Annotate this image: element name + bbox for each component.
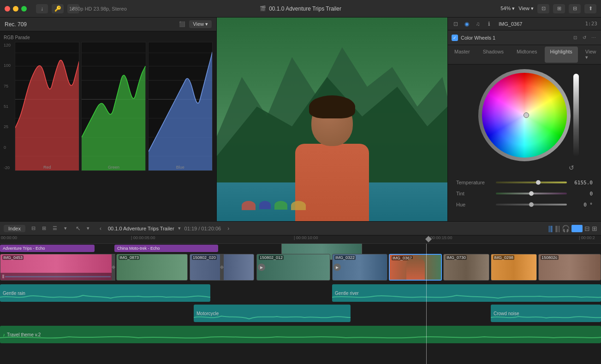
tint-label: Tint (456, 191, 493, 196)
tc-0: 00:00:00 (1, 235, 17, 240)
view-menu[interactable]: View ▾ (518, 6, 534, 12)
video-clip-0298[interactable]: IMG_0298 (491, 254, 537, 281)
project-dropdown[interactable]: ▾ (178, 225, 181, 231)
tab-shadows[interactable]: Shadows (477, 47, 509, 63)
crop-icon[interactable]: ⊡ (571, 34, 579, 41)
tint-slider[interactable] (496, 193, 567, 194)
nav-left-icon[interactable]: ‹ (97, 225, 104, 232)
reset-icon[interactable]: ↺ (581, 34, 588, 41)
info-icon[interactable]: ℹ (485, 20, 493, 28)
color-wheels-checkbox[interactable]: ✓ (452, 35, 458, 41)
color-inspector-icon[interactable]: ◉ (463, 20, 471, 28)
audio-meter-2-icon[interactable]: ‖| (555, 225, 560, 232)
tab-master[interactable]: Master (449, 47, 476, 63)
audio-track-gentle-rain[interactable]: Gentle rain (0, 284, 210, 302)
inspector-icons: ⊡ ◉ ♫ ℹ (452, 20, 493, 28)
tint-thumb[interactable] (529, 191, 534, 196)
clip-150802c-label: 150802c (541, 255, 559, 260)
temperature-slider[interactable] (496, 182, 567, 183)
person-head (311, 100, 353, 146)
split-view-icon[interactable]: ⊟ (584, 225, 590, 232)
wheel-reset-icon[interactable]: ↺ (569, 164, 574, 171)
video-clip-0873[interactable]: IMG_0873 (116, 254, 188, 281)
video-clip-0730[interactable]: IMG_0730 (443, 254, 489, 281)
zoom-level[interactable]: 54% ▾ (500, 6, 515, 12)
tab-view[interactable]: View ▾ (580, 47, 601, 63)
tab-midtones[interactable]: Midtones (511, 47, 543, 63)
video-inspector-icon[interactable]: ⊡ (452, 20, 460, 28)
index-button[interactable]: Index (4, 225, 25, 232)
nav-right-icon[interactable]: › (225, 225, 232, 232)
scope-view-button[interactable]: View ▾ (189, 20, 212, 28)
scope-export-icon[interactable]: ⬛ (178, 20, 186, 29)
timeline-view-icons: ⊟ ⊞ ☰ ▾ (29, 224, 70, 233)
hue-label: Hue (456, 202, 493, 207)
transition-2 (220, 254, 224, 280)
video-clip-0322[interactable]: IMG_0322 ▶ (332, 254, 387, 281)
audio-track-crowd-noise[interactable]: Crowd noise (491, 305, 601, 322)
color-wheel-wrapper[interactable]: ↺ (478, 69, 571, 161)
video-clip-0453[interactable]: IMG_0453 (0, 254, 113, 281)
timeline-right-tools: |‖ ‖| 🎧 ⊟ ⊞ (548, 225, 597, 232)
timeline-toolbar: Index ⊟ ⊞ ☰ ▾ ↖ ▾ ‹ 00.1.0 Adventure Tri… (0, 222, 601, 235)
video-clip-150802-020[interactable]: 150802_020 (190, 254, 254, 281)
project-title: 00.1.0 Adventure Trips Trailer (269, 6, 341, 12)
layout-icon[interactable]: ⊡ (537, 4, 549, 13)
tab-highlights[interactable]: Highlights (545, 47, 578, 63)
temperature-thumb[interactable] (536, 180, 541, 185)
y-axis: 120 100 75 51 25 0 -20 (4, 42, 13, 171)
clip-0298-label: IMG_0298 (493, 255, 514, 260)
tint-value: 0 (570, 191, 593, 197)
titlebar: ↓ 🔑 ✓ 🎬 00.1.0 Adventure Trips Trailer 1… (0, 0, 601, 18)
zoom-icon[interactable]: ⊞ (592, 225, 597, 232)
grid-view-icon[interactable]: ⊞ (40, 224, 49, 233)
share-icon[interactable]: ⬆ (584, 4, 596, 13)
hue-row: Hue 0 ° (456, 199, 593, 210)
hue-slider[interactable] (496, 204, 567, 205)
video-clip-0367-selected[interactable]: IMG_0367 (389, 254, 442, 281)
timeline-duration: 01:19 / 01:20:06 (184, 226, 221, 231)
green-channel: Green (81, 42, 146, 171)
clip-info-bar: ⊡ ◉ ♫ ℹ IMG_0367 1:23 (448, 18, 601, 30)
green-label: Green (108, 165, 119, 170)
tracks-area: Adventure Trips - Echo China Moto-trek -… (0, 244, 601, 364)
grid-icon[interactable]: ⊞ (553, 4, 565, 13)
transition-1 (112, 254, 115, 281)
audio-inspector-icon[interactable]: ♫ (474, 20, 482, 28)
red-channel: Red (15, 42, 79, 171)
clip-highlight-btn[interactable] (571, 225, 583, 232)
audio-track-travel-theme[interactable]: ♪ Travel theme v.2 (0, 326, 601, 343)
cursor-dropdown[interactable]: ▾ (87, 225, 89, 231)
resolution-info: 1080p HD 23.98p, Stereo (69, 6, 127, 12)
brightness-slider[interactable] (573, 74, 579, 157)
cursor-icon[interactable]: ↖ (74, 224, 83, 233)
play-marker: ▶ (258, 264, 265, 271)
red-label: Red (43, 165, 51, 170)
wheel-control-dot[interactable] (524, 112, 529, 118)
rgb-parade-label: RGB Parade (4, 35, 213, 40)
video-clip-150802c[interactable]: 150802c (538, 254, 601, 281)
temperature-label: Temperature (456, 180, 493, 185)
list-view-icon[interactable]: ☰ (50, 224, 60, 233)
tc-5: | 00:00:05:00 (131, 235, 155, 240)
audio-meter-icon[interactable]: |‖ (548, 225, 553, 232)
view-dropdown-icon[interactable]: ▾ (61, 224, 70, 233)
tc-20: | 00:00:2 (579, 235, 595, 240)
temperature-value: 6155.0 (570, 180, 593, 186)
clip-view-icon[interactable]: ⊟ (29, 224, 38, 233)
tc-15: | 00:00:15:00 (428, 235, 452, 240)
headphones-icon[interactable]: 🎧 (562, 225, 570, 232)
caption-icon[interactable]: ⊟ (569, 4, 581, 13)
hue-thumb[interactable] (529, 202, 534, 207)
waveform-container: 120 100 75 51 25 0 -20 (4, 42, 213, 171)
sliders-section: Temperature 6155.0 Tint 0 Hue (452, 177, 596, 210)
audio-track-echo-2: China Moto-trek - Echo (114, 245, 218, 252)
color-wheels-header: ✓ Color Wheels 1 ⊡ ↺ ⋯ (448, 30, 601, 45)
audio-track-gentle-river[interactable]: Gentle river (332, 284, 601, 302)
audio-track-motorcycle[interactable]: Motorcycle (194, 305, 351, 322)
main-video-row: IMG_0453 IMG_0873 150802_020 (0, 254, 601, 282)
clip-150802-012-label: 150802_012 (259, 255, 284, 260)
video-clip-150802-012[interactable]: 150802_012 ▶ (256, 254, 330, 281)
more-icon[interactable]: ⋯ (590, 34, 597, 41)
wheels-actions: ⊡ ↺ ⋯ (571, 34, 597, 41)
